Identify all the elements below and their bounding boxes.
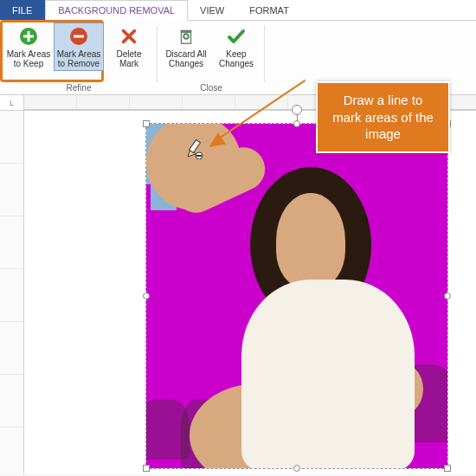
button-label: Changes [219, 59, 254, 68]
background-removal-mask [146, 124, 447, 468]
group-label-close: Close [200, 83, 222, 94]
resize-handle-nw[interactable] [143, 120, 150, 127]
pencil-cursor-icon [185, 138, 204, 158]
svg-rect-11 [196, 155, 202, 157]
delete-mark-button[interactable]: Delete Mark [104, 23, 154, 71]
button-label: Delete [117, 49, 142, 59]
person-torso [241, 280, 415, 468]
button-label: to Remove [58, 59, 100, 68]
tab-view[interactable]: VIEW [188, 0, 237, 20]
person-face [276, 193, 345, 288]
ribbon-group-refine: Mark Areas to Keep Mark Areas to Remove [0, 21, 158, 94]
recycle-bin-icon [175, 25, 197, 48]
mark-areas-to-remove-button[interactable]: Mark Areas to Remove [54, 23, 104, 71]
resize-handle-e[interactable] [444, 293, 451, 299]
ruler-corner-label: L [0, 95, 24, 111]
ribbon-group-close: Discard All Changes Keep Changes Close [158, 21, 265, 94]
tab-format[interactable]: FORMAT [237, 0, 302, 20]
selected-image[interactable] [145, 123, 448, 469]
resize-handle-w[interactable] [143, 293, 150, 299]
button-label: Mark [119, 59, 138, 68]
resize-handle-sw[interactable] [143, 465, 150, 472]
resize-handle-s[interactable] [293, 465, 300, 472]
button-label: Mark Areas [57, 49, 101, 59]
tab-background-removal[interactable]: BACKGROUND REMOVAL [45, 0, 188, 21]
button-label: Changes [169, 59, 203, 68]
svg-rect-9 [190, 140, 201, 153]
ribbon: Mark Areas to Keep Mark Areas to Remove [0, 21, 476, 95]
document-canvas[interactable] [24, 111, 476, 474]
keep-changes-button[interactable]: Keep Changes [211, 23, 261, 71]
discard-all-changes-button[interactable]: Discard All Changes [161, 23, 211, 71]
ribbon-tabs: FILE BACKGROUND REMOVAL VIEW FORMAT [0, 0, 476, 21]
ruler-vertical[interactable] [0, 111, 24, 474]
button-label: Keep [226, 49, 246, 59]
mark-areas-to-keep-button[interactable]: Mark Areas to Keep [3, 23, 54, 71]
delete-x-icon [118, 25, 140, 48]
document-area [0, 111, 476, 474]
group-label-refine: Refine [67, 83, 92, 94]
tab-file[interactable]: FILE [0, 0, 45, 20]
button-label: Mark Areas [7, 49, 51, 59]
button-label: to Keep [14, 59, 43, 68]
tutorial-callout: Draw a line to mark areas of the image [316, 81, 450, 153]
minus-circle-icon [68, 25, 90, 48]
plus-circle-icon [17, 25, 40, 48]
svg-rect-2 [28, 31, 30, 42]
resize-handle-se[interactable] [444, 465, 451, 472]
svg-rect-4 [74, 35, 84, 38]
resize-handle-n[interactable] [293, 120, 300, 127]
button-label: Discard All [165, 49, 206, 59]
checkmark-icon [225, 25, 248, 48]
